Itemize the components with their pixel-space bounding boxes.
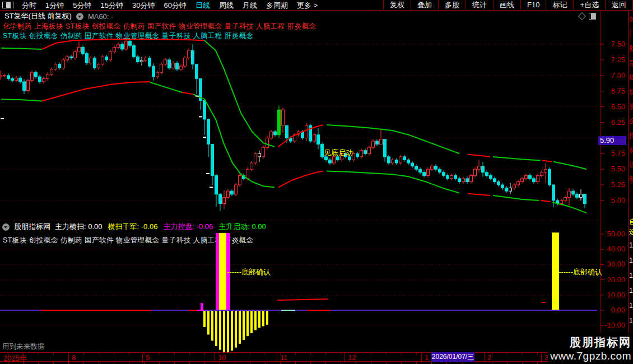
month-boundary-tick xyxy=(484,353,485,362)
toolbar-button-统计[interactable]: 统计 xyxy=(466,0,493,10)
minor-tick xyxy=(492,353,492,355)
sidebar-tab-char[interactable]: 1 xyxy=(629,272,633,279)
sidebar-tab-char[interactable]: 指 xyxy=(629,132,633,139)
axis-label: 5.50 xyxy=(603,165,625,173)
minor-tick xyxy=(204,353,205,355)
period-tab-15分钟[interactable]: 15分钟 xyxy=(96,1,127,10)
chevron-down-circle-icon[interactable] xyxy=(76,13,83,20)
minor-tick xyxy=(446,362,447,364)
period-tab-5分钟[interactable]: 5分钟 xyxy=(68,1,96,10)
minor-tick xyxy=(537,362,538,364)
axis-label: 6.75 xyxy=(603,87,625,95)
sidebar-tab-char[interactable]: 板 xyxy=(629,74,633,81)
minor-tick xyxy=(477,353,477,355)
minor-tick xyxy=(310,362,311,364)
toolbar-button-标记[interactable]: 标记 xyxy=(546,0,573,10)
minor-tick xyxy=(250,353,250,355)
minor-tick xyxy=(189,353,190,355)
sidebar-tab-char[interactable]: 自 xyxy=(629,218,633,226)
chart-header: ST复华(日线 前复权) MA60: - xyxy=(4,11,113,21)
period-tab-日线[interactable]: 日线 xyxy=(191,1,215,10)
indicator-field: 主升启动: 0.00 xyxy=(218,222,266,231)
minor-tick xyxy=(477,362,477,364)
toolbar-button-返回[interactable]: 返回 xyxy=(605,0,633,10)
period-tab-周线[interactable]: 周线 xyxy=(215,1,238,10)
minor-tick xyxy=(159,353,160,355)
period-tab-30分钟[interactable]: 30分钟 xyxy=(128,1,159,10)
toolbar-button-多股[interactable]: 多股 xyxy=(438,0,466,10)
minor-tick xyxy=(38,362,39,364)
indicator-field: 横扫千军: -0.06 xyxy=(108,222,158,231)
signal-label-dibu-left: ------底部确认 xyxy=(227,267,271,277)
chart-corner-icons xyxy=(579,13,596,20)
axis-label: 6.50 xyxy=(603,102,625,111)
minor-tick xyxy=(310,353,311,355)
month-boundary-tick xyxy=(421,353,422,362)
toolbar-button-+自选[interactable]: +自选 xyxy=(573,0,605,10)
indicator-panel-header: 股朋指标网 主力横扫: 0.00横扫千军: -0.06主力控盘: -0.06主升… xyxy=(2,222,272,232)
minor-tick xyxy=(325,362,326,364)
toolbar: 分时1分钟5分钟15分钟30分钟60分钟日线周线月线多周期更多 > 复权叠加多股… xyxy=(0,0,633,11)
period-tab-月线[interactable]: 月线 xyxy=(238,1,262,10)
sidebar-tab-char[interactable]: 热 xyxy=(629,16,633,23)
ma60-label: MA60: - xyxy=(88,12,114,21)
sidebar-tab-char[interactable]: 1 xyxy=(629,242,633,249)
toolbar-button-叠加[interactable]: 叠加 xyxy=(411,0,438,10)
month-label: 12 xyxy=(348,353,356,362)
sidebar-tab-char[interactable]: 股 xyxy=(629,45,633,52)
sidebar-tab-char[interactable]: 说 xyxy=(629,161,633,169)
chevron-down-circle-icon[interactable] xyxy=(2,223,10,231)
axis-label: 5.25 xyxy=(603,180,625,189)
sidebar-tab-char[interactable]: 1 xyxy=(629,287,633,295)
diamond-icon[interactable] xyxy=(578,12,586,20)
sidebar-tab-char[interactable]: 1 xyxy=(629,302,633,310)
indicator-field: 主力横扫: 0.00 xyxy=(55,222,103,231)
axis-label: 50.00 xyxy=(603,230,625,238)
period-tab-多周期[interactable]: 多周期 xyxy=(262,1,292,10)
sidebar-tab-char[interactable]: 1 xyxy=(629,257,633,264)
sidebar-tab-char[interactable]: 明 xyxy=(629,176,633,183)
minor-tick xyxy=(144,353,145,355)
month-boundary-tick xyxy=(215,353,215,362)
timeline-axis[interactable]: 2025年 89101112123 xyxy=(0,352,601,362)
minor-tick xyxy=(356,353,356,355)
period-tab-更多 >[interactable]: 更多 > xyxy=(292,1,322,10)
toolbar-button-画线[interactable]: 画线 xyxy=(493,0,520,10)
minor-tick xyxy=(235,353,235,355)
sidebar-tab-char[interactable]: 标 xyxy=(629,147,633,154)
indicator-values: 主力横扫: 0.00横扫千军: -0.06主力控盘: -0.06主升启动: 0.… xyxy=(55,222,272,232)
month-label: 1 xyxy=(425,353,429,362)
minor-tick xyxy=(341,362,341,364)
minor-tick xyxy=(356,362,356,364)
right-sidebar-strip[interactable]: 热门股票板块资金指标说明自选1111111 xyxy=(629,10,633,364)
minor-tick xyxy=(68,353,69,355)
minor-tick xyxy=(416,353,417,355)
minor-tick xyxy=(23,353,24,355)
toolbar-button-复权[interactable]: 复权 xyxy=(383,0,411,10)
minor-tick xyxy=(507,362,508,364)
axis-label: 5.75 xyxy=(603,149,625,157)
period-tab-60分钟[interactable]: 60分钟 xyxy=(159,1,190,10)
minor-tick xyxy=(401,353,402,355)
split-window-icon[interactable] xyxy=(2,2,11,8)
sidebar-tab-char[interactable]: 1 xyxy=(629,318,633,325)
indicator-field: 主力控盘: -0.06 xyxy=(163,222,213,231)
minor-tick xyxy=(507,353,508,355)
period-tab-1分钟[interactable]: 1分钟 xyxy=(41,1,68,10)
minor-tick xyxy=(38,353,39,355)
sidebar-tab-char[interactable]: 票 xyxy=(629,59,633,67)
split-view-icon[interactable] xyxy=(589,13,596,20)
sidebar-tab-char[interactable]: 块 xyxy=(629,88,633,96)
sidebar-tab-char[interactable]: 金 xyxy=(629,118,633,125)
period-tab-分时[interactable]: 分时 xyxy=(17,1,41,10)
sidebar-tab-char[interactable]: 门 xyxy=(629,30,633,38)
toolbar-button-F10[interactable]: F10 xyxy=(520,0,546,10)
minor-tick xyxy=(174,362,175,364)
sidebar-tab-char[interactable]: 资 xyxy=(629,103,633,110)
minor-tick xyxy=(99,362,99,364)
sidebar-tab-char[interactable]: 选 xyxy=(629,228,633,236)
cursor-date-tag: 2026/01/07/三 xyxy=(431,352,474,362)
axis-label: 10.00 xyxy=(603,291,625,299)
axis-label: 7.50 xyxy=(603,40,625,48)
minor-tick xyxy=(129,353,129,355)
